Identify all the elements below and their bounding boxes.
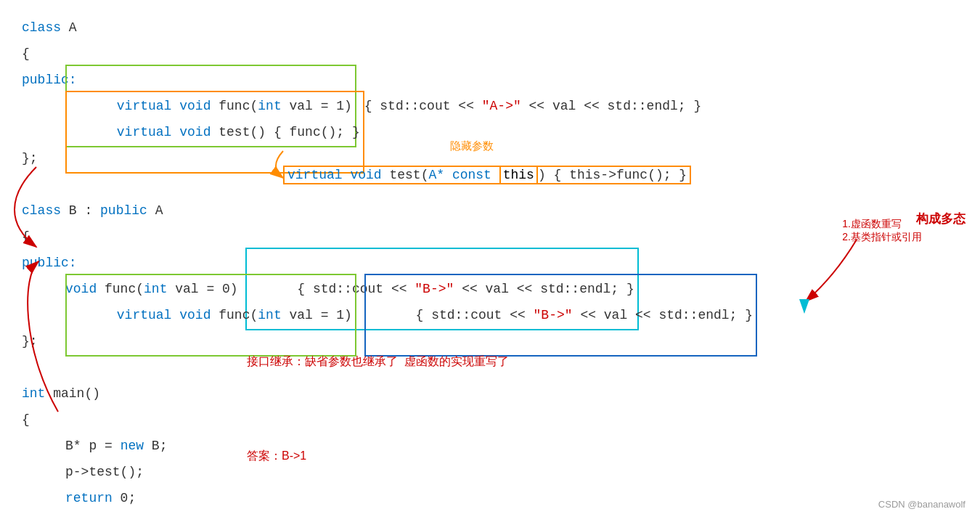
- code-line-16: {: [22, 407, 757, 433]
- code-line-12: virtual void func(int val = 1) { std::co…: [22, 302, 757, 328]
- annotation-virtual-rewrite: 1.虚函数重写: [842, 218, 922, 231]
- code-line-9: {: [22, 224, 757, 250]
- watermark: CSDN @bananawolf: [878, 499, 965, 510]
- code-line-5: virtual void test() { func(); }: [22, 119, 757, 145]
- annotation-answer: 答案：B->1: [247, 449, 306, 464]
- code-line-17: B* p = new B;: [22, 433, 757, 459]
- annotation-interface-inherit: 接口继承：缺省参数也继承了 虚函数的实现重写了: [247, 354, 509, 370]
- code-line-15: int main(): [22, 380, 757, 407]
- code-line-18: p->test();: [22, 459, 757, 485]
- code-line-20: }: [22, 511, 757, 517]
- code-display: class A { public: virtual void func(int …: [22, 15, 757, 517]
- code-line-2: {: [22, 41, 757, 67]
- code-line-8: class B : public A: [22, 198, 757, 224]
- b-func-body-box: { std::cout << "B->" << val << std::endl…: [364, 274, 757, 357]
- test-declaration-box: virtual void test() { func(); }: [65, 91, 364, 174]
- annotation-polymorphism: 构成多态: [916, 211, 965, 227]
- code-line-19: return 0;: [22, 485, 757, 511]
- code-line-1: class A: [22, 15, 757, 41]
- annotation-hidden-param: 隐藏参数: [450, 139, 494, 153]
- annotation-conditions: 1.虚函数重写 2.基类指针或引用: [842, 218, 922, 244]
- hidden-param-expanded-box: virtual void test(A* const this) { this-…: [283, 166, 691, 184]
- annotation-base-ptr: 2.基类指针或引用: [842, 231, 922, 244]
- b-virtual-func-box: virtual void func(int val = 1): [65, 274, 356, 357]
